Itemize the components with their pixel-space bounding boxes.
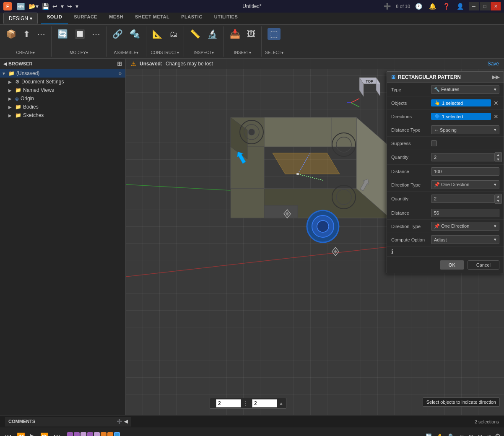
design-mode-btn[interactable]: DESIGN ▾: [3, 13, 38, 24]
timeline-marker-2[interactable]: [74, 432, 80, 436]
browser-collapse-btn[interactable]: ⊞: [117, 60, 122, 67]
tab-utilities[interactable]: UTILITIES: [208, 13, 244, 24]
save-file-btn[interactable]: Save: [488, 61, 499, 67]
nav-display-btn[interactable]: ⊞: [467, 432, 475, 436]
browser-item-namedviews[interactable]: ▶ 📁 Named Views: [0, 86, 125, 94]
inspect-analysis-btn[interactable]: 🔬: [205, 28, 220, 40]
construct-btn[interactable]: 📐: [150, 28, 165, 40]
viewport-input[interactable]: 2 ⋮ ▲: [210, 398, 286, 409]
new-btn[interactable]: 🆕: [15, 2, 27, 11]
clock-btn[interactable]: 🕐: [413, 2, 424, 10]
comments-header[interactable]: COMMENTS ➕ ◀: [5, 417, 131, 426]
insert-btn[interactable]: 📥: [227, 28, 243, 40]
quantity-input-2[interactable]: [252, 399, 277, 407]
quantity-input[interactable]: 2: [216, 399, 241, 407]
modify-more-btn[interactable]: ⋯: [89, 28, 103, 40]
browser-item-bodies[interactable]: ▶ 📁 Bodies: [0, 103, 125, 111]
playback-play-btn[interactable]: ▶: [29, 431, 37, 436]
settings-btn[interactable]: ⚙: [495, 432, 501, 436]
add-tab-btn[interactable]: ➕: [382, 2, 392, 10]
directions-clear-btn[interactable]: ✕: [493, 113, 499, 120]
distance-type-select[interactable]: ↔ Spacing▾: [431, 125, 499, 134]
profile-btn[interactable]: 👤: [455, 2, 465, 10]
playback-prev-btn[interactable]: ⏪: [15, 431, 27, 436]
type-select[interactable]: 🔧 Features▾: [431, 85, 499, 94]
save-btn[interactable]: 💾: [40, 2, 51, 10]
browser-item-docsettings[interactable]: ▶ ⚙ Document Settings: [0, 78, 125, 86]
browser-item-origin[interactable]: ▶ ◎ Origin: [0, 94, 125, 103]
panel-expand-btn[interactable]: ▶▶: [492, 74, 499, 80]
timeline-marker-7[interactable]: [107, 432, 113, 436]
maximize-btn[interactable]: □: [480, 2, 490, 10]
timeline-marker-1[interactable]: [67, 432, 73, 436]
playback-start-btn[interactable]: ⏮: [3, 431, 13, 436]
insert-svg-btn[interactable]: 🖼: [244, 28, 258, 40]
open-dropdown-btn[interactable]: 📂▾: [27, 2, 40, 10]
select-btn[interactable]: ⬚: [268, 28, 281, 40]
timeline-marker-8[interactable]: [114, 432, 120, 436]
notif-btn[interactable]: 🔔: [427, 2, 438, 10]
redo-btn[interactable]: ↪: [65, 2, 74, 10]
nav-more-btn[interactable]: ⊞: [486, 432, 493, 436]
timeline-marker-5[interactable]: [94, 432, 100, 436]
playback-end-btn[interactable]: ⏭: [52, 431, 62, 436]
playback-next-btn[interactable]: ⏩: [39, 431, 50, 436]
tab-solid[interactable]: SOLID: [41, 13, 68, 24]
direction-type-select-2[interactable]: 📌 One Direction▾: [431, 222, 499, 231]
suppress-checkbox[interactable]: [431, 140, 437, 146]
info-icon[interactable]: ℹ: [391, 248, 393, 255]
directions-selected-badge[interactable]: 🔷 1 selected: [431, 113, 491, 120]
quantity-input-1[interactable]: [431, 153, 495, 161]
viewport[interactable]: ⚠ Unsaved: Changes may be lost Save: [126, 59, 504, 415]
nav-fit-btn[interactable]: ⊡: [458, 432, 465, 436]
quantity-down-2[interactable]: ▼: [495, 199, 501, 203]
browser-item-unsaved[interactable]: ▼ 📁 (Unsaved) ⚙: [0, 69, 125, 78]
timeline-marker-4[interactable]: [87, 432, 93, 436]
undo-btn[interactable]: ↩: [51, 2, 59, 10]
ok-btn[interactable]: OK: [440, 260, 464, 270]
create-new-component-btn[interactable]: 📦: [3, 28, 19, 40]
distance-input-2[interactable]: [431, 209, 499, 217]
modify-press-pull-btn[interactable]: 🔄: [55, 28, 70, 40]
direction-type-select-1[interactable]: 📌 One Direction▾: [431, 180, 499, 189]
comments-add-btn[interactable]: ➕: [117, 419, 122, 424]
spinner-arrow-up[interactable]: ▲: [279, 401, 283, 406]
assemble-btn[interactable]: 🔗: [110, 28, 125, 40]
nav-zoom-btn[interactable]: 🔍: [447, 432, 456, 436]
timeline-marker-3[interactable]: [81, 432, 86, 436]
inspect-measure-btn[interactable]: 📏: [187, 28, 203, 40]
distance-input-1[interactable]: [431, 167, 499, 176]
objects-clear-btn[interactable]: ✕: [493, 100, 499, 106]
cancel-btn[interactable]: Cancel: [468, 260, 499, 270]
undo-dropdown-btn[interactable]: ▾: [59, 2, 65, 10]
view-cube[interactable]: TOP: [347, 75, 380, 109]
compute-option-select[interactable]: Adjust▾: [431, 235, 499, 244]
close-btn[interactable]: ✕: [491, 2, 501, 10]
nav-grid-btn[interactable]: ⊟: [476, 432, 484, 436]
tab-surface[interactable]: SURFACE: [68, 13, 103, 24]
create-more-btn[interactable]: ⋯: [34, 28, 48, 40]
objects-selected-badge[interactable]: 👆 1 selected: [431, 99, 491, 106]
quantity-up-1[interactable]: ▲: [495, 153, 501, 157]
quantity-up-2[interactable]: ▲: [495, 194, 501, 199]
nav-orbit-btn[interactable]: 🔄: [424, 432, 434, 436]
vp-options-btn[interactable]: ⋮: [243, 400, 249, 407]
minimize-btn[interactable]: ─: [469, 2, 479, 10]
tab-plastic[interactable]: PLASTIC: [175, 13, 208, 24]
tab-sheetmetal[interactable]: SHEET METAL: [129, 13, 175, 24]
quantity-input-2-panel[interactable]: [431, 195, 495, 203]
redo-dropdown-btn[interactable]: ▾: [74, 2, 80, 10]
help-btn[interactable]: ❓: [441, 2, 452, 10]
construct-plane-btn[interactable]: 🗂: [167, 28, 180, 40]
browser-item-sketches[interactable]: ▶ 📁 Sketches: [0, 111, 125, 119]
nav-pan-btn[interactable]: ✋: [435, 432, 445, 436]
assemble-joint-btn[interactable]: 🔩: [127, 28, 143, 40]
timeline-marker-6[interactable]: [101, 432, 107, 436]
tab-mesh[interactable]: MESH: [103, 13, 129, 24]
construct-group-label: CONSTRUCT▾: [151, 49, 179, 55]
modify-fillet-btn[interactable]: 🔲: [72, 28, 88, 40]
create-extrude-btn[interactable]: ⬆: [21, 28, 33, 40]
bottom-toolbar: ⏮ ⏪ ▶ ⏩ ⏭ 🔄 ✋ 🔍 ⊡ ⊞ ⊟ ⊞ ⚙: [0, 428, 504, 436]
quantity-down-1[interactable]: ▼: [495, 157, 501, 162]
comments-collapse-btn[interactable]: ◀: [124, 419, 127, 424]
